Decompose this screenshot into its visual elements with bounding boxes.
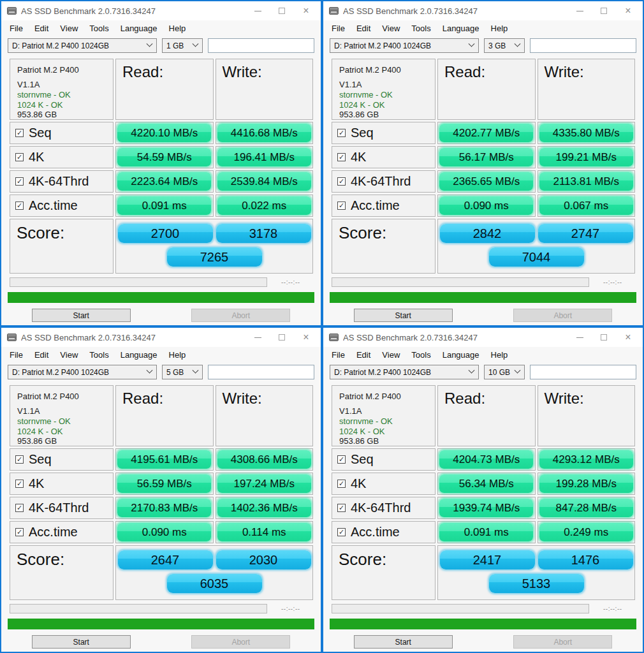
abort-button[interactable]: Abort bbox=[191, 635, 290, 649]
check-icon: ✓ bbox=[17, 480, 22, 487]
start-button[interactable]: Start bbox=[354, 635, 453, 649]
maximize-button[interactable] bbox=[270, 329, 294, 346]
comment-input[interactable] bbox=[208, 38, 314, 53]
4k64thrd-checkbox[interactable]: ✓ bbox=[15, 177, 24, 186]
start-button[interactable]: Start bbox=[32, 635, 131, 649]
4k-checkbox[interactable]: ✓ bbox=[15, 480, 24, 488]
start-button[interactable]: Start bbox=[32, 309, 131, 322]
4k-checkbox[interactable]: ✓ bbox=[337, 480, 346, 488]
menu-item-view[interactable]: View bbox=[60, 349, 84, 362]
menu-item-help[interactable]: Help bbox=[169, 22, 193, 35]
start-button[interactable]: Start bbox=[354, 309, 453, 322]
seq-checkbox[interactable]: ✓ bbox=[15, 455, 24, 464]
test-size-select[interactable]: 3 GB bbox=[484, 38, 525, 53]
acctime-checkbox[interactable]: ✓ bbox=[15, 202, 24, 210]
seq-write-result-pill: 4293.12 MB/s bbox=[539, 450, 633, 469]
minimize-button[interactable] bbox=[245, 3, 270, 19]
minimize-button[interactable] bbox=[567, 3, 592, 19]
menu-item-file[interactable]: File bbox=[10, 22, 29, 35]
menu-item-file[interactable]: File bbox=[332, 22, 351, 35]
test-row-label-4k64thrd: ✓ 4K-64Thrd bbox=[10, 170, 113, 193]
start-button-slot: Start bbox=[323, 635, 483, 649]
menu-item-language[interactable]: Language bbox=[443, 22, 486, 35]
minimize-button[interactable] bbox=[245, 329, 270, 346]
menu-item-language[interactable]: Language bbox=[443, 349, 486, 362]
4k64thrd-write-cell: 2539.84 MB/s bbox=[216, 170, 314, 193]
abort-button[interactable]: Abort bbox=[191, 309, 290, 322]
4k64thrd-read-cell: 1939.74 MB/s bbox=[437, 497, 536, 519]
timer-text: --:--:-- bbox=[281, 605, 300, 612]
menu-item-file[interactable]: File bbox=[10, 349, 29, 362]
4k64thrd-checkbox[interactable]: ✓ bbox=[15, 504, 24, 512]
abort-button-slot: Abort bbox=[161, 635, 321, 649]
4k64thrd-write-result-pill: 2113.81 MB/s bbox=[539, 172, 633, 191]
row-label-text: 4K-64Thrd bbox=[29, 174, 89, 189]
maximize-button[interactable] bbox=[592, 329, 616, 346]
seq-write-cell: 4416.68 MB/s bbox=[216, 122, 314, 144]
menu-item-tools[interactable]: Tools bbox=[89, 349, 115, 362]
menu-item-language[interactable]: Language bbox=[121, 349, 164, 362]
menu-item-view[interactable]: View bbox=[60, 22, 84, 35]
drive-capacity: 953.86 GB bbox=[339, 436, 428, 446]
row-label-text: Seq bbox=[351, 452, 374, 467]
acctime-checkbox[interactable]: ✓ bbox=[337, 202, 346, 210]
4k-checkbox[interactable]: ✓ bbox=[15, 153, 24, 161]
comment-input[interactable] bbox=[530, 38, 636, 53]
drive-select[interactable]: D: Patriot M.2 P400 1024GB bbox=[8, 38, 157, 53]
total-score-pill: 7265 bbox=[167, 247, 262, 267]
menu-item-help[interactable]: Help bbox=[491, 349, 515, 362]
close-button[interactable]: × bbox=[616, 329, 640, 346]
seq-checkbox[interactable]: ✓ bbox=[15, 129, 24, 137]
close-button[interactable]: × bbox=[616, 3, 640, 19]
close-button[interactable]: × bbox=[294, 3, 318, 19]
test-size-select[interactable]: 1 GB bbox=[162, 38, 203, 53]
menu-item-tools[interactable]: Tools bbox=[89, 22, 115, 35]
row-label-text: 4K-64Thrd bbox=[351, 174, 411, 189]
abort-button[interactable]: Abort bbox=[513, 635, 612, 649]
score-label: Score: bbox=[332, 219, 435, 274]
seq-checkbox[interactable]: ✓ bbox=[337, 455, 346, 464]
acctime-checkbox[interactable]: ✓ bbox=[337, 528, 346, 536]
4k64thrd-read-cell: 2365.65 MB/s bbox=[437, 170, 536, 193]
progress-row: --:--:-- bbox=[10, 604, 313, 613]
minimize-button[interactable] bbox=[567, 329, 592, 346]
4k-checkbox[interactable]: ✓ bbox=[337, 153, 346, 161]
menu-item-view[interactable]: View bbox=[382, 22, 406, 35]
4k-read-cell: 56.34 MB/s bbox=[437, 473, 536, 495]
comment-input[interactable] bbox=[530, 365, 636, 379]
4k64thrd-checkbox[interactable]: ✓ bbox=[337, 177, 346, 186]
menu-item-edit[interactable]: Edit bbox=[34, 22, 55, 35]
menu-item-tools[interactable]: Tools bbox=[411, 349, 437, 362]
menu-item-edit[interactable]: Edit bbox=[356, 22, 377, 35]
menu-item-file[interactable]: File bbox=[332, 349, 351, 362]
4k64thrd-checkbox[interactable]: ✓ bbox=[337, 504, 346, 512]
test-size-select[interactable]: 10 GB bbox=[484, 365, 525, 379]
menu-item-help[interactable]: Help bbox=[169, 349, 193, 362]
menu-item-tools[interactable]: Tools bbox=[411, 22, 437, 35]
test-size-select[interactable]: 5 GB bbox=[162, 365, 203, 379]
4k64thrd-write-cell: 1402.36 MB/s bbox=[216, 497, 314, 519]
timer-text: --:--:-- bbox=[281, 279, 300, 286]
acctime-checkbox[interactable]: ✓ bbox=[15, 528, 24, 536]
maximize-icon bbox=[279, 334, 285, 341]
comment-input[interactable] bbox=[208, 365, 314, 379]
start-button-slot: Start bbox=[323, 309, 483, 322]
drive-select[interactable]: D: Patriot M.2 P400 1024GB bbox=[330, 365, 479, 379]
4k64thrd-write-cell: 2113.81 MB/s bbox=[538, 170, 636, 193]
maximize-button[interactable] bbox=[592, 3, 616, 19]
drive-select[interactable]: D: Patriot M.2 P400 1024GB bbox=[330, 38, 479, 53]
abort-button-slot: Abort bbox=[483, 635, 643, 649]
maximize-button[interactable] bbox=[270, 3, 294, 19]
drive-select[interactable]: D: Patriot M.2 P400 1024GB bbox=[8, 365, 157, 379]
menu-item-view[interactable]: View bbox=[382, 349, 406, 362]
close-button[interactable]: × bbox=[294, 329, 318, 346]
menu-item-edit[interactable]: Edit bbox=[34, 349, 55, 362]
abort-button[interactable]: Abort bbox=[513, 309, 612, 322]
menu-item-edit[interactable]: Edit bbox=[356, 349, 377, 362]
results-table: Patriot M.2 P400 V1.1A stornvme - OK 102… bbox=[10, 385, 313, 600]
menu-item-help[interactable]: Help bbox=[491, 22, 515, 35]
write-column-header: Write: bbox=[538, 385, 636, 446]
menu-item-language[interactable]: Language bbox=[121, 22, 164, 35]
seq-checkbox[interactable]: ✓ bbox=[337, 129, 346, 137]
row-label-text: 4K-64Thrd bbox=[351, 501, 411, 515]
